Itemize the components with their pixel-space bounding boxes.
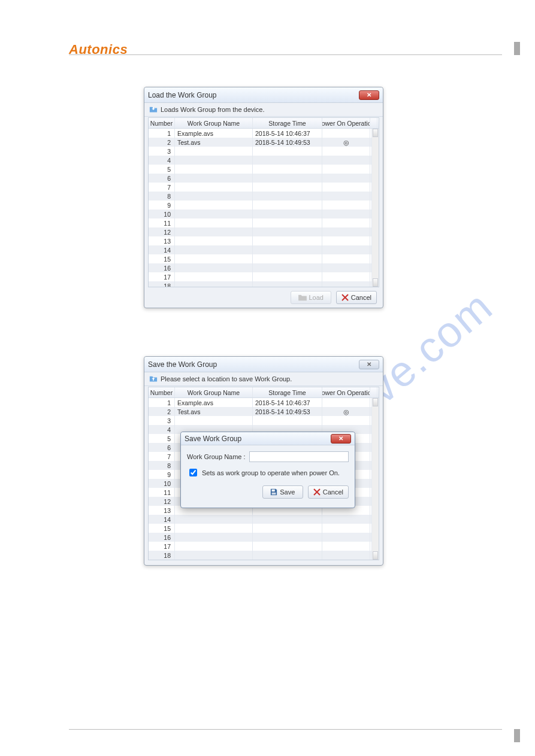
power-on-check-row: Sets as work group to operate when power…: [187, 467, 349, 478]
save-name-dialog: Save Work Group ✕ Work Group Name : Sets…: [180, 432, 355, 508]
load-dialog-titlebar[interactable]: Load the Work Group ✕: [144, 87, 383, 103]
cell-storage-time: [253, 245, 322, 254]
table-row[interactable]: 16: [149, 263, 379, 272]
table-row[interactable]: 11: [149, 218, 379, 227]
table-row[interactable]: 12: [149, 227, 379, 236]
table-row[interactable]: 18: [149, 281, 379, 287]
cell-number: 3: [149, 416, 175, 425]
cell-workgroup-name: [175, 174, 253, 183]
table-row[interactable]: 2Test.avs2018-5-14 10:49:53◎: [149, 138, 379, 147]
close-button[interactable]: ✕: [331, 434, 351, 444]
cell-power-on: [322, 192, 370, 201]
cancel-button[interactable]: Cancel: [308, 485, 349, 499]
cell-power-on: [322, 524, 370, 533]
table-row[interactable]: 7: [149, 183, 379, 192]
cell-number: 17: [149, 542, 175, 551]
load-button[interactable]: Load: [291, 291, 331, 304]
floppy-save-icon: [270, 488, 277, 496]
table-row[interactable]: 15: [149, 524, 379, 533]
cell-workgroup-name: [175, 156, 253, 165]
col-number[interactable]: Number: [149, 387, 175, 397]
cell-storage-time: [253, 227, 322, 236]
col-workgroup-name[interactable]: Work Group Name: [175, 387, 253, 397]
table-row[interactable]: 2Test.avs2018-5-14 10:49:53◎: [149, 407, 379, 416]
cell-power-on: [322, 263, 370, 272]
table-row[interactable]: 8: [149, 192, 379, 201]
footer-page-marker: [514, 729, 520, 742]
cell-power-on: [322, 398, 370, 407]
save-button-label: Save: [280, 488, 295, 496]
cell-workgroup-name: Example.avs: [175, 398, 253, 407]
cell-storage-time: [253, 174, 322, 183]
cell-power-on: [322, 210, 370, 218]
vertical-scrollbar[interactable]: [371, 398, 379, 560]
cell-workgroup-name: [175, 281, 253, 287]
cell-number: 11: [149, 218, 175, 227]
cell-number: 11: [149, 488, 175, 497]
col-power-on[interactable]: Power On Operation: [322, 387, 370, 397]
cell-power-on: [322, 416, 370, 425]
vertical-scrollbar[interactable]: [371, 129, 379, 287]
cell-power-on: [322, 515, 370, 524]
table-row[interactable]: 1Example.avs2018-5-14 10:46:37: [149, 398, 379, 407]
table-row[interactable]: 16: [149, 533, 379, 542]
col-storage-time[interactable]: Storage Time: [253, 387, 322, 397]
power-on-check-label: Sets as work group to operate when power…: [202, 469, 340, 476]
cell-storage-time: [253, 524, 322, 533]
load-dialog-subtitle: Loads Work Group from the device.: [161, 106, 264, 113]
workgroup-name-input[interactable]: [249, 451, 349, 462]
load-work-group-dialog: Load the Work Group ✕ Loads Work Group f…: [144, 87, 383, 308]
cell-storage-time: [253, 218, 322, 227]
table-row[interactable]: 18: [149, 551, 379, 560]
cell-workgroup-name: [175, 416, 253, 425]
inner-title: Save Work Group: [185, 435, 241, 443]
cell-power-on: [322, 165, 370, 174]
table-row[interactable]: 3: [149, 147, 379, 156]
load-table-body[interactable]: 1Example.avs2018-5-14 10:46:372Test.avs2…: [149, 129, 379, 287]
table-row[interactable]: 17: [149, 272, 379, 281]
table-row[interactable]: 9: [149, 201, 379, 210]
close-button[interactable]: ✕: [359, 90, 379, 100]
table-row[interactable]: 1Example.avs2018-5-14 10:46:37: [149, 129, 379, 138]
power-on-checkbox[interactable]: [189, 469, 197, 476]
cancel-button[interactable]: Cancel: [336, 291, 377, 304]
workgroup-name-label: Work Group Name :: [187, 453, 246, 460]
save-button[interactable]: Save: [262, 485, 303, 499]
save-dialog-titlebar[interactable]: Save the Work Group ✕: [144, 357, 383, 372]
cell-power-on: [322, 174, 370, 183]
col-number[interactable]: Number: [149, 118, 175, 128]
load-button-label: Load: [309, 294, 324, 301]
col-power-on[interactable]: Power On Operation: [322, 118, 370, 128]
svg-rect-0: [272, 490, 275, 491]
table-row[interactable]: 13: [149, 236, 379, 245]
cell-workgroup-name: [175, 236, 253, 245]
cell-storage-time: [253, 254, 322, 263]
cell-number: 10: [149, 210, 175, 218]
cell-number: 14: [149, 515, 175, 524]
col-workgroup-name[interactable]: Work Group Name: [175, 118, 253, 128]
cell-number: 16: [149, 533, 175, 542]
load-dialog-subtitle-bar: Loads Work Group from the device.: [144, 103, 383, 117]
cell-workgroup-name: [175, 165, 253, 174]
table-row[interactable]: 3: [149, 416, 379, 425]
cell-power-on: [322, 533, 370, 542]
cell-workgroup-name: [175, 542, 253, 551]
inner-buttons: Save Cancel: [187, 485, 349, 499]
cell-storage-time: [253, 515, 322, 524]
table-row[interactable]: 17: [149, 542, 379, 551]
col-storage-time[interactable]: Storage Time: [253, 118, 322, 128]
table-row[interactable]: 6: [149, 174, 379, 183]
cell-number: 4: [149, 425, 175, 434]
inner-titlebar[interactable]: Save Work Group ✕: [181, 432, 355, 445]
table-row[interactable]: 10: [149, 210, 379, 218]
table-row[interactable]: 14: [149, 245, 379, 254]
cell-number: 7: [149, 452, 175, 461]
table-row[interactable]: 14: [149, 515, 379, 524]
close-button[interactable]: ✕: [359, 360, 379, 369]
cell-number: 17: [149, 272, 175, 281]
table-row[interactable]: 5: [149, 165, 379, 174]
table-row[interactable]: 4: [149, 156, 379, 165]
table-row[interactable]: 15: [149, 254, 379, 263]
cell-workgroup-name: [175, 147, 253, 156]
cell-power-on: [322, 218, 370, 227]
